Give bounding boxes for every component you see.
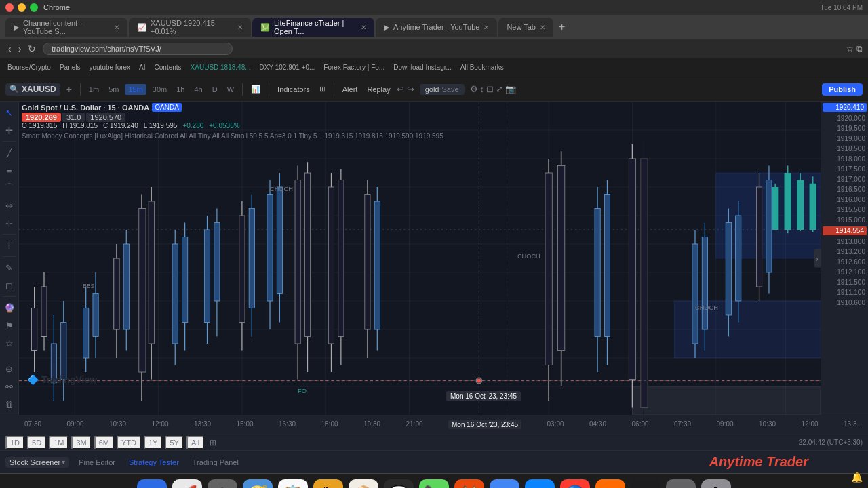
dock-launchpad[interactable]: 🚀 [172,479,202,489]
line-tool[interactable]: ╱ [1,144,18,161]
templates-button[interactable]: ⊞ [316,83,329,95]
tf-1h[interactable]: 1h [173,84,188,95]
tab-yt1[interactable]: ▶ Channel content - YouTube S... ✕ [5,18,127,37]
dock-finder[interactable]: 🖥 [137,479,167,489]
tab-new[interactable]: New Tab ✕ [498,18,553,37]
magnet-tool[interactable]: ⚯ [1,378,18,394]
dock-messages[interactable]: 💬 [384,479,414,489]
tf-d[interactable]: D [209,84,221,95]
ext-contents[interactable]: Contents [151,62,185,73]
strategy-tester-tab[interactable]: Strategy Tester [125,457,183,468]
redo-button[interactable]: ↪ [407,84,414,94]
period-1y[interactable]: 1Y [144,436,162,449]
tf-w[interactable]: W [224,84,237,95]
trash-tool[interactable]: 🗑 [1,396,18,412]
expand-icon[interactable]: ⊡ [486,84,494,94]
tab-close-tv[interactable]: ✕ [237,24,243,31]
period-5d[interactable]: 5D [27,436,46,449]
period-6m[interactable]: 6M [94,436,114,449]
dock-maps[interactable]: 🗺 [313,479,343,489]
shapes-tool[interactable]: ◻ [1,277,18,293]
period-1m[interactable]: 1M [49,436,68,449]
tf-1m[interactable]: 1m [85,84,102,95]
dock-safari[interactable]: 🧭 [243,479,273,489]
ext-panels[interactable]: Panels [56,62,84,73]
tab-close-lf[interactable]: ✕ [361,24,366,31]
fullscreen-chart-icon[interactable]: ⤢ [496,84,503,94]
close-button[interactable] [5,3,14,12]
tf-4h[interactable]: 4h [191,84,205,95]
extensions-icon[interactable]: ⧉ [856,44,863,54]
publish-button[interactable]: Publish [822,83,863,96]
bookmark-icon[interactable]: ☆ [846,44,854,54]
tf-15m[interactable]: 15m [125,84,146,95]
gann-tool[interactable]: ⊹ [1,215,18,231]
sync-icon[interactable]: ↕ [480,84,485,94]
dock-screen[interactable]: 🖨 [666,479,696,489]
period-ytd[interactable]: YTD [117,436,141,449]
fib-tool[interactable]: ≡ [1,162,18,178]
tf-5m[interactable]: 5m [105,84,122,95]
ext-xauusd[interactable]: XAUUSD 1818.48... [187,62,254,73]
predictions-tool[interactable]: 🔮 [1,300,18,316]
dock-firefox[interactable]: 🦊 [454,479,484,489]
alert-button[interactable]: Alert [339,84,361,95]
brush-tool[interactable]: ✎ [1,260,18,276]
ext-ytforex[interactable]: youtube forex [86,62,134,73]
period-all[interactable]: All [186,436,204,449]
dock-player[interactable]: ▶ [595,479,625,489]
alerts-tool[interactable]: ⚑ [1,317,18,333]
dock-facetime[interactable]: 📞 [419,479,449,489]
settings-icon[interactable]: ⚙ [470,84,478,94]
dock-jf[interactable]: 🔵 [560,479,590,489]
cursor-tool[interactable]: ↖ [1,104,18,121]
ext-ai[interactable]: AI [136,62,149,73]
right-panel-toggle[interactable]: › [814,249,821,268]
tab-close-yt2[interactable]: ✕ [484,24,489,31]
add-symbol-button[interactable]: + [63,83,75,96]
stock-screener-tab[interactable]: Stock Screener ▾ [5,457,69,468]
ext-bourse[interactable]: Bourse/Crypto [4,62,54,73]
tab-tv[interactable]: 📈 XAUUSD 1920.415 +0.01% ✕ [129,18,251,37]
measure-tool[interactable]: ⇔ [1,197,18,214]
alert-icon-right[interactable]: 🔔 [851,472,863,483]
dock-notes[interactable]: 📋 [278,479,308,489]
chart-type-button[interactable]: 📊 [248,83,264,95]
period-3m[interactable]: 3M [71,436,91,449]
undo-button[interactable]: ↩ [397,84,404,94]
ext-bookmarks[interactable]: All Bookmarks [457,62,507,73]
forward-button[interactable]: › [16,42,24,56]
chart-canvas-area[interactable]: Gold Spot / U.S. Dollar · 15 · OANDA OAN… [19,102,821,415]
dock-system-prefs[interactable]: ⚙ [208,479,237,489]
tab-lf[interactable]: 💹 LiteFinance cTrader | Open T... ✕ [252,18,374,37]
tab-yt2[interactable]: ▶ Anytime Trader - YouTube ✕ [376,18,497,37]
tab-close-yt1[interactable]: ✕ [114,24,119,31]
ext-dxy[interactable]: DXY 102.901 +0... [256,62,319,73]
fullscreen-button[interactable] [30,3,38,12]
compare-button[interactable]: ⊞ [207,436,219,449]
pattern-tool[interactable]: ⌒ [1,180,18,196]
indicators-button[interactable]: Indicators [274,84,313,95]
back-button[interactable]: ‹ [5,42,14,56]
ext-instagram[interactable]: Download Instagr... [390,62,455,73]
ideas-tool[interactable]: ☆ [1,335,18,351]
text-tool[interactable]: T [1,237,18,253]
period-5y[interactable]: 5Y [165,436,183,449]
pine-editor-tab[interactable]: Pine Editor [75,457,119,468]
camera-icon[interactable]: 📷 [505,84,516,94]
new-tab-button[interactable]: + [555,21,569,33]
url-input[interactable] [43,43,233,55]
dock-capcut[interactable]: ✂ [631,479,660,489]
ext-forex[interactable]: Forex Factory | Fo... [320,62,388,73]
trading-panel-tab[interactable]: Trading Panel [189,457,243,468]
minimize-button[interactable] [18,3,26,12]
tab-close-new[interactable]: ✕ [540,24,545,31]
dock-trash[interactable]: 🗑 [701,479,731,489]
replay-button[interactable]: Replay [363,84,393,95]
tf-30m[interactable]: 30m [149,84,170,95]
period-1d[interactable]: 1D [5,436,24,449]
dock-chrome[interactable] [490,479,519,489]
refresh-button[interactable]: ↻ [25,42,39,56]
dock-telegram[interactable]: ✈ [525,479,555,489]
dock-appstore[interactable]: 📦 [349,479,378,489]
